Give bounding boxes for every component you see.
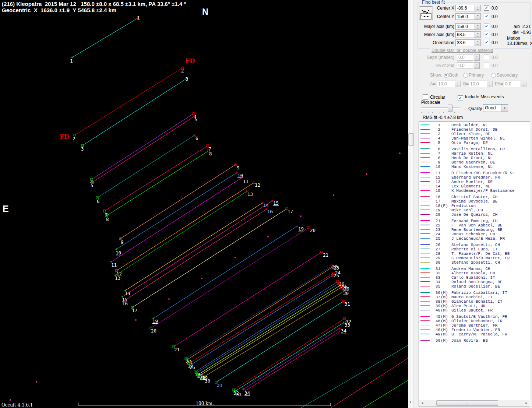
observer-row[interactable]: 5Otto Farago, DE [420, 141, 529, 145]
observer-color-swatch [420, 286, 430, 286]
observer-row[interactable]: 26Stefano Sposetti, CH [420, 243, 529, 247]
observer-row[interactable]: 48(M)Frederic Vachier, FR [420, 328, 529, 332]
observer-row[interactable]: 35Roland Decellier, BE [420, 284, 529, 289]
chord-line [125, 203, 263, 291]
occultation-plot: 1122334455667788991010111112121313141415… [0, 0, 408, 408]
observer-row[interactable]: 14Lex Blommers, NL [420, 184, 529, 189]
chord-6: 66 [96, 134, 198, 204]
spinner-up-icon: ▲ [455, 81, 460, 84]
observer-row[interactable]: 33Carlo Gualdoni, IT [420, 275, 529, 280]
chord-number-label: 6 [97, 198, 100, 204]
chord-line [331, 358, 408, 408]
slider-thumb[interactable] [448, 105, 452, 112]
observer-color-swatch [420, 244, 430, 245]
observer-row[interactable]: 22F. Van Den Abbeel, BE [420, 223, 529, 228]
chord-number-label: 6 [195, 136, 198, 141]
chord-23: 2323 [186, 265, 339, 365]
observer-row[interactable]: 12Eberhard Bredner, FR [420, 175, 529, 180]
observer-row[interactable]: 6Vasilis Metallinos, GR [420, 147, 529, 151]
observer-row[interactable]: 19Mike Kohl, CH [420, 208, 529, 212]
chord-8: 88 [105, 150, 212, 222]
weight-checkbox [484, 63, 489, 68]
observer-color-swatch [420, 210, 430, 210]
observer-row[interactable]: 45(M)G Sautot/E Vauthrin, FR [420, 314, 529, 319]
observer-number: 37 [432, 295, 440, 299]
scroll-left-icon[interactable]: ◄ [419, 400, 425, 406]
observer-row[interactable]: 21Fernand Emering, LU [420, 219, 529, 223]
observer-row[interactable]: 2Friedhelm Dorst, DE [420, 127, 529, 132]
observer-row[interactable]: 16Christof Sauter, CH [420, 195, 529, 199]
size-field-label: B= [463, 81, 469, 87]
observer-row[interactable]: 17Maxime Devogele, BE [420, 199, 529, 204]
chord-line [243, 328, 339, 389]
spinner-buttons: ▲▼ [474, 62, 480, 69]
observer-color-swatch [420, 205, 430, 206]
scroll-down-icon[interactable]: ▼ [409, 401, 412, 404]
double-star-field-label: Sepn (masec) [427, 55, 454, 60]
observer-row[interactable]: 30Stefano Sposetti, CH [420, 260, 529, 265]
observer-row[interactable]: 7Harrie Rutten, NL [420, 151, 529, 156]
observer-row[interactable]: 47(M)Jerome Berthier, FR [420, 323, 529, 328]
observer-row[interactable]: 25J Lecacheux/E Meza, FR [420, 236, 529, 241]
observer-color-swatch [420, 138, 430, 138]
prediction-dot [267, 236, 269, 238]
observer-row[interactable]: 4Jan-Maarten Winkel, NL [420, 136, 529, 141]
observer-row[interactable]: 34Roland Boninsegna, BE [420, 280, 529, 284]
observer-row[interactable]: 23Rene Bourtembourg, BE [420, 228, 529, 232]
observer-row[interactable]: 36(M)Fabrizio Ciabattari, IT [420, 291, 529, 295]
observer-list[interactable]: 1Henk Bulder, NL2Friedhelm Dorst, DE3Oli… [419, 122, 530, 407]
observer-row[interactable]: 27Roberto Di Luca, IT [420, 247, 529, 252]
include-miss-checkbox[interactable]: ✓ [458, 95, 463, 101]
observer-initials-fd-left: FD [60, 133, 70, 140]
observer-number: 12 [432, 175, 440, 180]
horizontal-scrollbar-thumb[interactable]: ||| [436, 400, 498, 406]
observer-row[interactable]: 10Hans Kostense, NL [420, 165, 529, 169]
chord-line [187, 267, 333, 360]
circular-checkbox[interactable] [423, 94, 428, 100]
observer-row[interactable]: 9Bernd Gaehrken, DE [420, 160, 529, 165]
observer-row[interactable]: 8Henk De Groot, NL [420, 156, 529, 160]
chord-number-label: 20 [310, 228, 316, 233]
observer-suffix: (M) [440, 299, 451, 304]
chord-35 [245, 331, 341, 391]
observer-number: 2 [432, 127, 440, 132]
observer-row[interactable]: 3Oliver Kloes, DE [420, 132, 529, 136]
observer-row[interactable]: 38(M)Giancarlo Bonatti, IT [420, 299, 529, 304]
vertical-scrollbar-thumb[interactable] [408, 133, 414, 146]
chord-line [191, 275, 333, 365]
observer-row[interactable]: 1Henk Bulder, NL [420, 123, 529, 127]
chord-line [195, 282, 338, 372]
observer-row[interactable]: 46(M)Olivier Dechambre, FR [420, 319, 529, 323]
observer-row[interactable]: 49(M)B. Carry/M. Pajuelo, FR [420, 332, 529, 337]
observer-row[interactable]: 28T. Pauwels/P. De Cat, BE [420, 252, 529, 256]
chord-number-label: 17 [288, 209, 293, 214]
observer-number: 13 [432, 180, 440, 184]
observer-row[interactable]: 18(P)Prediction [420, 204, 529, 208]
observer-row[interactable]: 11D Fischer/HG Purucker/R St [420, 171, 529, 175]
vertical-scrollbar[interactable]: ▼ [408, 0, 414, 408]
observer-name: B. Carry/M. Pajuelo, FR [451, 332, 507, 337]
observer-color-swatch [420, 249, 430, 249]
observer-row[interactable]: 39(M)Alex Pratt, UK [420, 304, 529, 308]
scroll-right-icon[interactable]: ► [524, 400, 529, 406]
circular-option[interactable]: Circular [423, 94, 445, 100]
observer-color-swatch [420, 201, 430, 201]
observer-row[interactable]: 31Andrea Manna, CH [420, 267, 529, 271]
observer-row[interactable]: 40(M)Gilles Sautot, FR [420, 308, 529, 313]
chord-number-label: 19 [152, 319, 158, 324]
observer-row[interactable]: 24Jonas Schenker, CH [420, 232, 529, 236]
observer-row[interactable]: 20Jose De Queiroz, CH [420, 212, 529, 217]
observer-row[interactable]: 29C Demeautis/D Matter, FR [420, 256, 529, 260]
quality-dropdown[interactable]: Good ▼ [483, 104, 508, 112]
observer-row[interactable]: 13Andre Mueller, DE [420, 180, 529, 184]
observer-row[interactable]: 50(M)Joan Rovira, ES [420, 338, 529, 343]
include-miss-option[interactable]: ✓Include Miss events [458, 94, 504, 100]
chevron-down-icon[interactable]: ▼ [501, 105, 508, 112]
horizontal-scrollbar[interactable]: ◄ ||| ► [419, 400, 529, 406]
observer-row[interactable]: 15K Moddemeijer/P Bastiaanse [420, 189, 529, 193]
plot-scale-slider[interactable] [420, 105, 461, 113]
observer-row[interactable]: 32Alberto Ossola, CH [420, 271, 529, 275]
double-star-title: Double star or double asteroid [430, 48, 494, 53]
observer-row[interactable]: 37(M)Mauro Bachini, IT [420, 295, 529, 299]
axis-ratio-stat: a/b=2.31 [514, 24, 531, 29]
